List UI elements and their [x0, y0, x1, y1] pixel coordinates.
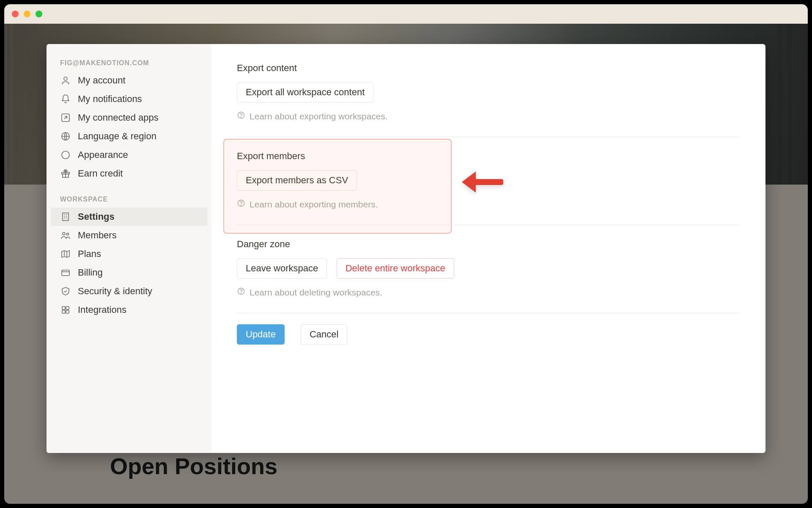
svg-rect-9 [62, 270, 69, 276]
window-titlebar [4, 4, 808, 24]
sidebar-section-workspace-label: WORKSPACE [51, 190, 207, 207]
sidebar-item-label: Earn credit [78, 168, 123, 179]
annotation-arrow-icon [457, 165, 503, 201]
window-close-button[interactable] [12, 11, 19, 17]
moon-icon [60, 149, 71, 160]
hint-text: Learn about deleting workspaces. [250, 287, 382, 298]
cancel-button[interactable]: Cancel [301, 324, 347, 345]
svg-point-15 [241, 117, 241, 117]
settings-sidebar: FIG@MAKENOTION.COM My account My notific… [47, 44, 211, 453]
sidebar-item-label: Language & region [78, 131, 156, 142]
leave-workspace-button[interactable]: Leave workspace [237, 258, 327, 279]
section-title: Export members [237, 151, 740, 162]
shield-icon [60, 286, 71, 297]
svg-point-17 [241, 205, 241, 205]
people-icon [60, 230, 71, 241]
section-title: Danger zone [237, 239, 740, 250]
sidebar-item-earn-credit[interactable]: Earn credit [51, 164, 207, 183]
export-all-workspace-content-button[interactable]: Export all workspace content [237, 82, 373, 102]
help-circle-icon [237, 111, 245, 121]
window-minimize-button[interactable] [24, 11, 30, 17]
hint-text: Learn about exporting workspaces. [250, 111, 388, 121]
window-zoom-button[interactable] [36, 11, 42, 17]
section-export-members: Export members Export members as CSV Lea… [237, 137, 740, 225]
danger-hint[interactable]: Learn about deleting workspaces. [237, 287, 740, 298]
sidebar-item-security-identity[interactable]: Security & identity [51, 282, 207, 301]
sidebar-item-language-region[interactable]: Language & region [51, 127, 207, 146]
update-button[interactable]: Update [237, 324, 285, 345]
settings-modal: FIG@MAKENOTION.COM My account My notific… [47, 44, 765, 453]
sidebar-item-appearance[interactable]: Appearance [51, 146, 207, 164]
sidebar-item-label: Integrations [78, 304, 126, 315]
sidebar-item-label: Security & identity [78, 286, 152, 297]
export-content-hint[interactable]: Learn about exporting workspaces. [237, 111, 740, 121]
person-emoji-icon [60, 75, 71, 86]
export-members-csv-button[interactable]: Export members as CSV [237, 170, 357, 190]
sidebar-item-plans[interactable]: Plans [51, 245, 207, 263]
globe-icon [60, 131, 71, 142]
hint-text: Learn about exporting members. [250, 199, 378, 210]
sidebar-item-integrations[interactable]: Integrations [51, 301, 207, 319]
section-export-content: Export content Export all workspace cont… [237, 44, 740, 137]
svg-point-0 [64, 77, 67, 80]
gift-icon [60, 168, 71, 179]
svg-point-8 [67, 233, 69, 235]
sidebar-item-billing[interactable]: Billing [51, 263, 207, 282]
grid-icon [60, 304, 71, 315]
building-icon [60, 211, 71, 222]
svg-rect-13 [66, 310, 69, 313]
sidebar-item-label: Appearance [78, 149, 128, 160]
sidebar-item-label: My connected apps [78, 112, 159, 123]
svg-rect-12 [62, 310, 65, 313]
section-title: Export content [237, 63, 740, 74]
map-icon [60, 248, 71, 260]
sidebar-item-label: Plans [78, 248, 101, 260]
help-circle-icon [237, 287, 245, 298]
mac-window: Open Positions FIG@MAKENOTION.COM My acc… [4, 4, 808, 504]
settings-content: Export content Export all workspace cont… [211, 44, 765, 453]
svg-rect-10 [62, 306, 65, 309]
sidebar-item-label: Settings [78, 211, 115, 222]
sidebar-item-label: Billing [78, 267, 103, 278]
sidebar-item-label: My account [78, 75, 126, 86]
sidebar-item-my-connected-apps[interactable]: My connected apps [51, 108, 207, 127]
arrow-up-right-square-icon [60, 112, 71, 123]
traffic-lights [12, 11, 42, 17]
delete-entire-workspace-button[interactable]: Delete entire workspace [337, 258, 454, 279]
bell-icon [60, 94, 71, 105]
svg-point-19 [241, 293, 241, 293]
sidebar-item-my-notifications[interactable]: My notifications [51, 90, 207, 108]
help-circle-icon [237, 199, 245, 210]
svg-rect-11 [66, 306, 69, 309]
section-danger-zone: Danger zone Leave workspace Delete entir… [237, 225, 740, 313]
sidebar-item-label: My notifications [78, 94, 142, 105]
sidebar-item-settings[interactable]: Settings [51, 207, 207, 226]
sidebar-item-my-account[interactable]: My account [51, 71, 207, 90]
svg-point-3 [62, 151, 69, 159]
sidebar-section-account-label: FIG@MAKENOTION.COM [51, 54, 207, 71]
credit-card-icon [60, 267, 71, 278]
sidebar-item-members[interactable]: Members [51, 226, 207, 245]
svg-point-7 [63, 232, 65, 235]
sidebar-item-label: Members [78, 230, 117, 241]
svg-rect-6 [63, 213, 69, 221]
modal-footer: Update Cancel [237, 313, 740, 357]
